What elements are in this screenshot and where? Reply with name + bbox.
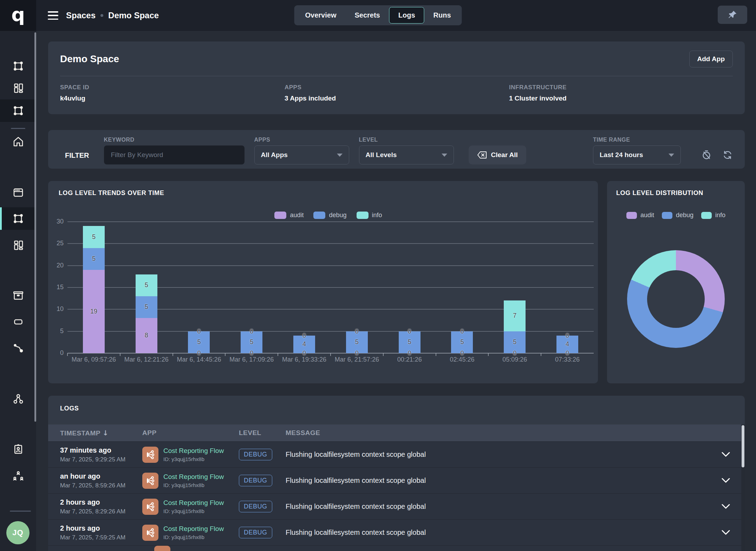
time-range-label: TIME RANGE [593, 137, 681, 143]
bar-segment-info[interactable]: 5 [83, 226, 105, 248]
app-name-link[interactable]: Cost Reporting Flow [163, 447, 224, 455]
bar-segment-info[interactable]: 5 [136, 274, 157, 296]
sidebar-item-hierarchy[interactable] [0, 388, 36, 410]
time-range-select[interactable]: Last 24 hours [593, 145, 681, 164]
app-name-link[interactable]: Cost Reporting Flow [163, 499, 224, 507]
bar-value-label: 5 [136, 281, 157, 289]
expand-row-button[interactable] [722, 504, 730, 509]
pin-button[interactable] [718, 6, 747, 24]
log-row[interactable]: 2 hours ago Mar 7, 2025, 8:29:26 AM [48, 493, 745, 519]
tab-runs[interactable]: Runs [424, 7, 460, 24]
tab-logs[interactable]: Logs [389, 7, 424, 24]
refresh-button[interactable] [722, 150, 733, 160]
hierarchy-icon [12, 393, 25, 405]
legend-item-debug[interactable]: debug [313, 212, 346, 219]
sidebar-item-button[interactable] [0, 311, 36, 333]
log-row[interactable]: 2 hours ago Mar 7, 2025, 7:59:25 AM [48, 519, 745, 545]
app-logo[interactable]: q [0, 0, 36, 31]
x-axis-tick [436, 353, 436, 356]
logs-scrollbar-thumb[interactable] [742, 425, 744, 467]
breadcrumb-spaces[interactable]: Spaces [66, 11, 96, 20]
clear-all-label: Clear All [491, 151, 518, 159]
level-select-value: All Levels [366, 151, 397, 159]
logs-title: LOGS [60, 405, 745, 412]
apps-label: APPS [285, 84, 509, 91]
log-message: Flushing localfilesystem context scope g… [286, 477, 722, 485]
main-content: Demo Space Add App SPACE ID k4uvlug APPS… [36, 31, 756, 551]
add-app-button[interactable]: Add App [689, 51, 733, 67]
blocks-icon [12, 239, 25, 252]
bar-zero-label: 0 [399, 328, 421, 335]
level-badge: DEBUG [239, 475, 272, 486]
bar-value-label: 4 [293, 341, 315, 348]
sidebar-item-blocks-1[interactable] [0, 77, 36, 99]
sidebar-item-members[interactable] [0, 465, 36, 487]
log-time-absolute: Mar 7, 2025, 9:29:25 AM [60, 456, 142, 463]
legend-item-audit[interactable]: audit [626, 212, 654, 219]
keyword-input[interactable] [104, 145, 245, 164]
sidebar-item-home[interactable] [0, 130, 36, 153]
bar-segment-debug[interactable]: 5 [136, 296, 157, 318]
legend-item-audit[interactable]: audit [274, 212, 304, 219]
people-group-icon [12, 469, 25, 482]
bar-segment-debug[interactable]: 5 [83, 248, 105, 270]
app-id: ID: y3qujj15rhx8b [163, 482, 224, 488]
y-axis-label: 15 [48, 284, 64, 291]
log-time-relative: an hour ago [60, 472, 142, 480]
apps-select[interactable]: All Apps [254, 145, 349, 164]
column-app[interactable]: APP [142, 429, 239, 437]
sidebar-item-blocks-2[interactable] [0, 234, 36, 257]
x-axis-label: Mar 6, 17:09:26 [229, 356, 274, 363]
chevron-down-icon [722, 452, 730, 457]
log-row[interactable]: 37 minutes ago Mar 7, 2025, 9:29:25 AM [48, 441, 745, 467]
sidebar-item-route[interactable] [0, 337, 36, 359]
sidebar-item-frame-active[interactable] [0, 207, 36, 230]
donut-chart[interactable] [627, 250, 725, 348]
clear-all-button[interactable]: Clear All [469, 145, 526, 164]
tab-overview[interactable]: Overview [296, 7, 345, 24]
log-row[interactable]: an hour ago Mar 7, 2025, 8:59:26 AM [48, 467, 745, 493]
legend-item-info[interactable]: info [357, 212, 382, 219]
home-icon [12, 135, 25, 148]
distribution-legend: audit debug info [607, 212, 745, 219]
x-axis-tick [67, 353, 68, 356]
column-level[interactable]: LEVEL [239, 429, 286, 437]
expand-row-button[interactable] [722, 530, 730, 535]
sidebar-item-window[interactable] [0, 181, 36, 204]
bar-zero-label: 0 [346, 328, 368, 335]
user-avatar[interactable]: JQ [6, 521, 30, 544]
sidebar-item-archive[interactable] [0, 284, 36, 307]
x-axis-tick [120, 353, 120, 356]
infrastructure-value: 1 Cluster involved [509, 95, 733, 102]
expand-row-button[interactable] [722, 478, 730, 483]
bar-segment-info[interactable]: 7 [504, 300, 526, 331]
app-name-link[interactable]: Cost Reporting Flow [163, 525, 224, 533]
legend-item-debug[interactable]: debug [662, 212, 693, 219]
hamburger-menu-icon[interactable] [48, 11, 58, 20]
sidebar-item-frame-2-active[interactable] [0, 99, 36, 122]
column-timestamp[interactable]: TIMESTAMP↓ [60, 429, 142, 437]
log-row-partial[interactable] [48, 545, 745, 551]
sidebar-item-frame-1[interactable] [0, 55, 36, 77]
bar-segment-audit[interactable]: 19 [83, 270, 105, 353]
app-id: ID: y3qujj15rhx8b [163, 534, 224, 540]
log-time-relative: 2 hours ago [60, 524, 142, 532]
app-flow-icon [142, 525, 158, 541]
timer-off-icon [701, 150, 712, 160]
sidebar-item-audit-log[interactable] [0, 438, 36, 460]
level-select[interactable]: All Levels [359, 145, 454, 164]
app-name-link[interactable]: Cost Reporting Flow [163, 473, 224, 481]
bar-value-label: 5 [504, 338, 526, 346]
page-tabs: Overview Secrets Logs Runs [294, 5, 462, 25]
auto-refresh-off-button[interactable] [701, 150, 712, 160]
expand-row-button[interactable] [722, 452, 730, 457]
bar-segment-audit[interactable]: 8 [136, 318, 157, 353]
legend-item-info[interactable]: info [701, 212, 725, 219]
logs-scrollbar-track[interactable] [741, 424, 745, 551]
frame-icon [12, 212, 25, 225]
chevron-down-icon [337, 154, 343, 157]
y-axis-label: 20 [48, 262, 64, 269]
refresh-icon [722, 150, 733, 160]
column-message[interactable]: MESSAGE [286, 429, 745, 437]
tab-secrets[interactable]: Secrets [345, 7, 389, 24]
